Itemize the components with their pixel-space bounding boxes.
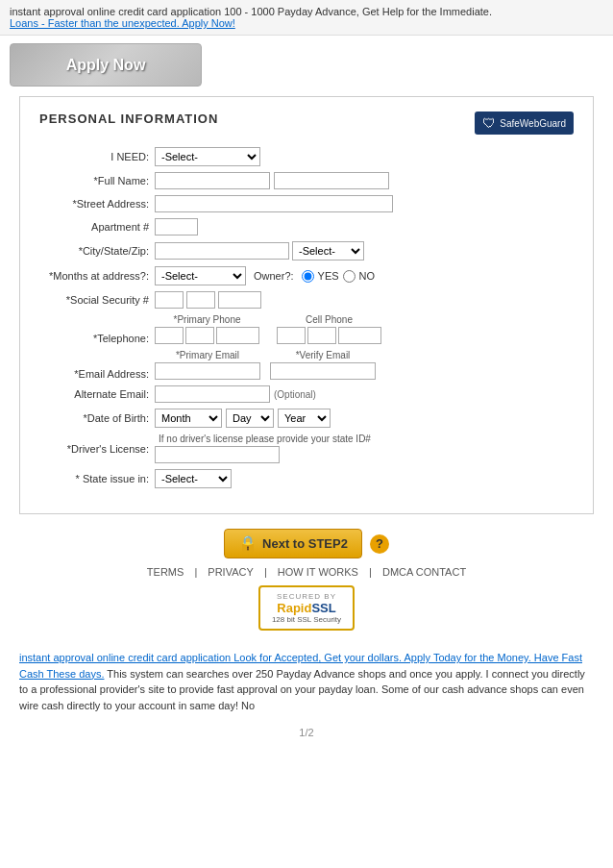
owner-no-label: NO — [359, 270, 376, 282]
owner-label: Owner?: — [254, 270, 294, 282]
dob-label: *Date of Birth: — [39, 412, 155, 424]
state-issue-label: * State issue in: — [39, 473, 155, 484]
footer-link-dmca[interactable]: DMCA CONTACT — [382, 566, 466, 578]
ssl-secured-label: SECURED BY — [277, 592, 336, 601]
i-need-label: I NEED: — [39, 151, 155, 162]
bottom-body-text: This system can searches over 250 Payday… — [19, 668, 585, 711]
owner-yes-radio[interactable] — [302, 270, 314, 283]
page-number: 1/2 — [0, 727, 613, 738]
ssl-logo: RapidSSL — [277, 601, 335, 615]
drivers-license-input[interactable] — [155, 446, 280, 463]
primary-email-input[interactable] — [155, 362, 260, 380]
primary-phone-inputs — [155, 327, 259, 344]
state-issue-row: * State issue in: -Select- — [39, 469, 574, 488]
header-title: instant approval online credit card appl… — [10, 6, 492, 17]
dob-inputs: Month Day Year — [155, 409, 331, 428]
footer-separator-2: | — [264, 566, 270, 578]
verify-email-input[interactable] — [270, 362, 376, 380]
verify-email-label: *Verify Email — [296, 350, 351, 360]
email-row: *Email Address: *Primary Email *Verify E… — [39, 350, 574, 380]
apply-now-label: Apply Now — [66, 57, 146, 74]
city-state-zip-label: *City/State/Zip: — [39, 245, 155, 257]
help-icon[interactable]: ? — [370, 534, 389, 554]
cell-phone-col: Cell Phone — [277, 314, 381, 344]
primary-phone-col: *Primary Phone — [155, 314, 259, 344]
months-select[interactable]: -Select- — [155, 266, 246, 285]
dob-row: *Date of Birth: Month Day Year — [39, 409, 574, 428]
street-address-label: *Street Address: — [39, 198, 155, 210]
primary-email-col: *Primary Email — [155, 350, 260, 380]
alternate-email-input[interactable] — [155, 385, 270, 403]
cell-phone-label: Cell Phone — [306, 314, 353, 325]
owner-no-radio[interactable] — [343, 270, 356, 283]
i-need-select[interactable]: -Select- — [155, 147, 260, 166]
footer-separator-1: | — [194, 566, 200, 578]
ssn-label: *Social Security # — [39, 294, 155, 306]
cell-phone-area[interactable] — [277, 327, 306, 344]
apply-now-banner[interactable]: Apply Now — [10, 43, 202, 87]
telephone-label: *Telephone: — [39, 333, 155, 344]
header-link[interactable]: Loans - Faster than the unexpected. Appl… — [10, 17, 235, 29]
primary-phone-prefix[interactable] — [185, 327, 214, 344]
dob-day-select[interactable]: Day — [226, 409, 274, 428]
street-address-row: *Street Address: — [39, 195, 574, 212]
telephone-row: *Telephone: *Primary Phone Cell Phone — [39, 314, 574, 344]
cell-phone-prefix[interactable] — [307, 327, 336, 344]
drivers-license-note: If no driver's license please provide yo… — [159, 434, 371, 444]
state-select[interactable]: -Select- — [292, 241, 364, 260]
next-button-label: Next to STEP2 — [262, 536, 348, 551]
next-button-row: 🔒 Next to STEP2 ? — [0, 529, 613, 558]
form-container: PERSONAL INFORMATION 🛡 SafeWebGuard I NE… — [19, 96, 594, 514]
drivers-license-row: *Driver's License: If no driver's licens… — [39, 434, 574, 463]
footer-link-privacy[interactable]: PRIVACY — [208, 566, 253, 578]
safe-web-guard-badge: 🛡 SafeWebGuard — [475, 112, 574, 135]
street-address-input[interactable] — [155, 195, 393, 212]
full-name-first[interactable] — [155, 172, 270, 189]
footer-links: TERMS | PRIVACY | HOW IT WORKS | DMCA CO… — [0, 566, 613, 578]
city-state-zip-row: *City/State/Zip: -Select- — [39, 241, 574, 260]
form-section-title: PERSONAL INFORMATION — [39, 112, 218, 126]
ssn-part3[interactable] — [218, 291, 261, 309]
verify-email-col: *Verify Email — [270, 350, 376, 380]
cell-phone-inputs — [277, 327, 381, 344]
ssn-part1[interactable] — [155, 291, 184, 309]
months-label: *Months at address?: — [39, 270, 155, 282]
full-name-last[interactable] — [274, 172, 389, 189]
city-input[interactable] — [155, 242, 289, 260]
months-owner-row: *Months at address?: -Select- Owner?: YE… — [39, 266, 574, 285]
ssl-badge: SECURED BY RapidSSL 128 bit SSL Security — [0, 585, 613, 631]
footer-link-how-it-works[interactable]: HOW IT WORKS — [278, 566, 358, 578]
full-name-row: *Full Name: — [39, 172, 574, 189]
apartment-input[interactable] — [155, 218, 198, 236]
cell-phone-line[interactable] — [338, 327, 381, 344]
apartment-label: Apartment # — [39, 221, 155, 233]
optional-label: (Optional) — [274, 389, 316, 400]
email-address-label: *Email Address: — [39, 368, 155, 380]
next-step2-button[interactable]: 🔒 Next to STEP2 — [224, 529, 362, 558]
lock-icon: 🔒 — [238, 534, 257, 553]
owner-yes-label: YES — [318, 270, 339, 282]
bottom-text-section: instant approval online credit card appl… — [0, 642, 613, 721]
top-bar: instant approval online credit card appl… — [0, 0, 613, 36]
primary-email-label: *Primary Email — [176, 350, 239, 360]
ssn-part2[interactable] — [186, 291, 215, 309]
ssl-box: SECURED BY RapidSSL 128 bit SSL Security — [258, 585, 355, 631]
full-name-label: *Full Name: — [39, 175, 155, 186]
footer-separator-3: | — [369, 566, 375, 578]
primary-phone-area[interactable] — [155, 327, 184, 344]
state-issue-select[interactable]: -Select- — [155, 469, 232, 488]
ssn-row: *Social Security # — [39, 291, 574, 309]
alternate-email-label: Alternate Email: — [39, 388, 155, 400]
shield-icon: 🛡 — [482, 115, 496, 131]
i-need-row: I NEED: -Select- — [39, 147, 574, 166]
primary-phone-line[interactable] — [216, 327, 259, 344]
dob-year-select[interactable]: Year — [278, 409, 331, 428]
drivers-license-label: *Driver's License: — [39, 443, 155, 455]
apartment-row: Apartment # — [39, 218, 574, 236]
safe-web-guard-label: SafeWebGuard — [500, 118, 566, 129]
primary-phone-label: *Primary Phone — [173, 314, 240, 325]
ssn-inputs — [155, 291, 261, 309]
footer-link-terms[interactable]: TERMS — [147, 566, 184, 578]
alternate-email-row: Alternate Email: (Optional) — [39, 385, 574, 403]
dob-month-select[interactable]: Month — [155, 409, 222, 428]
